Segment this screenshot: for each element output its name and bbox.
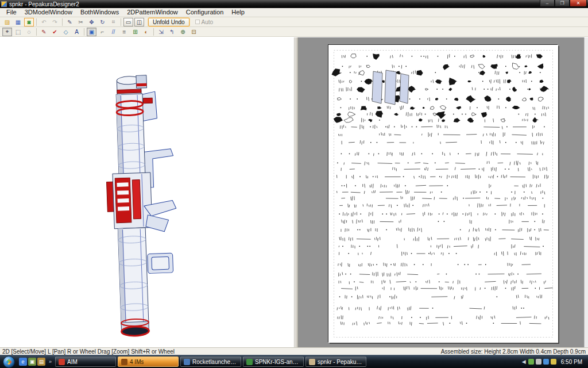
menu-configuration[interactable]: Configuration xyxy=(182,8,227,17)
taskbar-button-label: 4 IMs xyxy=(130,359,144,365)
taskbar-button-4ims[interactable]: 4 IMs xyxy=(118,356,179,367)
start-button[interactable] xyxy=(3,356,15,368)
palette-icon[interactable]: ◐ xyxy=(141,28,151,36)
taskbar: e▣▤ » AIM 4 IMs Rocketlauncher - 40... S… xyxy=(0,355,588,368)
menu-file[interactable]: File xyxy=(2,8,21,17)
move-icon[interactable]: ✥ xyxy=(87,18,96,26)
toolbar-separator xyxy=(84,28,84,36)
taskbar-button-spnkr-igs[interactable]: SPNKr-IGS-and-OBJ xyxy=(243,356,304,367)
taskbar-button-label: SPNKr-IGS-and-OBJ xyxy=(255,359,300,365)
menu-help[interactable]: Help xyxy=(227,8,249,17)
measure-icon[interactable]: ⌗ xyxy=(109,18,118,26)
join-faces-icon[interactable]: ▣ xyxy=(87,28,96,36)
3d-model-rocket-launcher xyxy=(0,37,295,347)
toolbar-separator xyxy=(36,28,37,36)
taskbar-button-icon xyxy=(59,359,65,365)
taskbar-button-label: AIM xyxy=(67,359,78,365)
maximize-button[interactable]: ❐ xyxy=(555,0,570,7)
taskbar-button-icon xyxy=(246,359,253,365)
check-icon[interactable]: ✔ xyxy=(50,28,60,36)
auto-unfold-toggle[interactable]: Auto xyxy=(195,19,214,25)
window-3d-icon[interactable]: ▭ xyxy=(123,18,133,26)
lasso-icon[interactable]: ◌ xyxy=(24,28,34,36)
dock-icon[interactable]: ⊟ xyxy=(189,28,199,36)
status-hint: 2D [Select/Move] L [Pan] R or Wheel Drag… xyxy=(2,348,175,355)
titlebar[interactable]: spnkr - PepakuraDesigner2 – ❐ ✕ xyxy=(0,0,588,8)
clock[interactable]: 6:50 PM xyxy=(559,359,585,365)
quick-launch-desktop-icon[interactable]: ▣ xyxy=(28,358,36,366)
toolbar-main: ▨▦◙↶↷✎✂✥↻⌗▭◫ Unfold Undo Auto xyxy=(0,17,588,27)
taskbar-button-icon xyxy=(184,359,190,365)
hatch-icon[interactable]: // xyxy=(109,28,118,36)
toolbar-separator xyxy=(153,28,154,36)
tray-icon-4[interactable] xyxy=(551,359,556,365)
taskbar-button-aim[interactable]: AIM xyxy=(55,356,116,367)
auto-checkbox[interactable] xyxy=(195,20,200,24)
statusbar: 2D [Select/Move] L [Pan] R or Wheel Drag… xyxy=(0,347,588,355)
tray-chevron-icon[interactable]: ◀ xyxy=(522,359,526,365)
2d-pattern-viewport[interactable] xyxy=(298,37,588,347)
text-icon[interactable]: A xyxy=(72,28,82,36)
quick-launch-folder-icon[interactable]: ▤ xyxy=(37,358,45,366)
arrange-icon[interactable]: ⇲ xyxy=(156,28,166,36)
toolbar-separator xyxy=(36,18,37,26)
tray-icon-2[interactable] xyxy=(536,359,541,365)
toolbar-main-icons: ▨▦◙↶↷✎✂✥↻⌗▭◫ xyxy=(2,18,145,26)
toolbar-separator xyxy=(62,18,63,26)
menu-3dmodelwindow[interactable]: 3DModelWindow xyxy=(21,8,76,17)
window-2d-icon[interactable]: ◫ xyxy=(134,18,144,26)
minimize-button[interactable]: – xyxy=(540,0,555,7)
toolbar-2d-icons: ⌖⬚◌✎✔◇A▣⌐//≡⊞◐⇲↰⊕⊟ xyxy=(2,28,199,36)
save-icon[interactable]: ▦ xyxy=(13,18,23,26)
auto-label: Auto xyxy=(202,19,214,25)
app-icon xyxy=(1,1,7,7)
close-button[interactable]: ✕ xyxy=(570,0,587,7)
pen-icon[interactable]: ✎ xyxy=(65,18,75,26)
toolbar-separator xyxy=(121,18,121,26)
open-icon[interactable]: ▨ xyxy=(2,18,12,26)
quick-launch-chevron-icon[interactable]: » xyxy=(48,359,53,365)
pattern-page-canvas[interactable] xyxy=(328,45,558,343)
rect-select-icon[interactable]: ⬚ xyxy=(13,28,23,36)
pattern-page[interactable] xyxy=(328,44,558,342)
taskbar-button-icon xyxy=(309,359,315,365)
toolbar-2d-tools: ⌖⬚◌✎✔◇A▣⌐//≡⊞◐⇲↰⊕⊟ xyxy=(0,27,588,37)
tray-icon-3[interactable] xyxy=(543,359,549,365)
select-move-icon[interactable]: ⌖ xyxy=(2,28,12,36)
order-icon[interactable]: ↰ xyxy=(167,28,177,36)
window-title: spnkr - PepakuraDesigner2 xyxy=(9,1,540,7)
rotate-icon[interactable]: ↻ xyxy=(98,18,107,26)
flap-icon[interactable]: ⌐ xyxy=(98,28,107,36)
redo-icon[interactable]: ↷ xyxy=(50,18,60,26)
windows-logo-icon xyxy=(6,359,12,365)
edge-paint-icon[interactable]: ✎ xyxy=(39,28,49,36)
taskbar-buttons: AIM 4 IMs Rocketlauncher - 40... SPNKr-I… xyxy=(55,356,520,367)
add-part-icon[interactable]: ⊕ xyxy=(178,28,188,36)
quick-launch: e▣▤ xyxy=(19,358,45,366)
texture-view-icon[interactable]: ◙ xyxy=(24,18,34,26)
pepakura-designer-window: spnkr - PepakuraDesigner2 – ❐ ✕ File3DMo… xyxy=(0,0,588,368)
fold-line-icon[interactable]: ≡ xyxy=(119,28,129,36)
taskbar-button-icon xyxy=(121,359,127,365)
taskbar-button-label: spnkr - PepakuraDe... xyxy=(318,359,363,365)
taskbar-button-rocketlauncher[interactable]: Rocketlauncher - 40... xyxy=(180,356,241,367)
system-tray: ◀ 6:50 PM xyxy=(520,359,587,365)
table-icon[interactable]: ⊞ xyxy=(130,28,140,36)
tray-icons xyxy=(528,359,556,365)
tray-icon-1[interactable] xyxy=(528,359,534,365)
3d-model-viewport[interactable] xyxy=(0,37,295,347)
menubar: File3DModelWindowBothWindows2DPatternWin… xyxy=(0,8,588,17)
assembled-size: Assembled size: Height 2.8cm Width 0.4cm… xyxy=(441,348,586,355)
vertical-scrollbar[interactable] xyxy=(584,37,588,347)
glue-icon[interactable]: ◇ xyxy=(61,28,71,36)
taskbar-button-pepakura[interactable]: spnkr - PepakuraDe... xyxy=(305,356,366,367)
unfold-undo-button[interactable]: Unfold Undo xyxy=(148,18,189,26)
scissors-icon[interactable]: ✂ xyxy=(76,18,86,26)
quick-launch-browser-icon[interactable]: e xyxy=(19,358,27,366)
undo-icon[interactable]: ↶ xyxy=(39,18,49,26)
menu-2dpatternwindow[interactable]: 2DPatternWindow xyxy=(123,8,182,17)
main-area xyxy=(0,37,588,347)
menu-bothwindows[interactable]: BothWindows xyxy=(76,8,123,17)
taskbar-button-label: Rocketlauncher - 40... xyxy=(192,359,238,365)
